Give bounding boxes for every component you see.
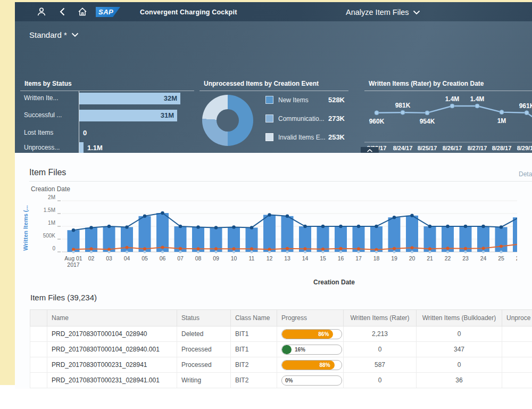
svg-text:17: 17 <box>355 255 362 261</box>
legend-swatch <box>265 133 273 141</box>
svg-text:981K: 981K <box>395 102 411 109</box>
table-cell: 36 <box>417 373 502 388</box>
svg-text:1.4M: 1.4M <box>470 95 485 103</box>
progress-cell: 16% <box>277 342 344 357</box>
chart-ytick: 1M <box>34 220 55 226</box>
table-row[interactable]: PRD_20170830T000104_028940.001ProcessedB… <box>30 342 532 357</box>
table-row[interactable]: PRD_20170830T000231_028941ProcessedBIT28… <box>30 357 532 373</box>
page-title: Analyze Item Files <box>346 8 409 17</box>
svg-text:04: 04 <box>124 255 130 261</box>
svg-text:21: 21 <box>427 255 433 261</box>
svg-text:08: 08 <box>195 255 202 261</box>
table-row[interactable]: PRD_20170830T000231_028941.001WritingBIT… <box>30 373 532 388</box>
status-row-label: Written Ite... <box>24 94 58 102</box>
item-files-content: Item Files Deta Creation Date Written It… <box>15 153 532 389</box>
svg-text:15: 15 <box>320 255 326 261</box>
svg-text:8/26/17: 8/26/17 <box>443 145 462 151</box>
legend-label: Communicatio... <box>278 115 325 122</box>
svg-text:09: 09 <box>213 255 219 261</box>
progress-label: 0% <box>285 376 293 385</box>
table-cell: BIT2 <box>231 373 277 388</box>
table-cell: 587 <box>344 357 417 373</box>
progress-bar: 16% <box>281 345 342 355</box>
progress-bar: 88% <box>281 360 342 370</box>
svg-text:16: 16 <box>338 255 344 261</box>
status-bar-value: 31M <box>161 110 174 121</box>
chart-ytick: 0 <box>34 246 55 251</box>
sap-logo[interactable]: SAP <box>96 7 120 17</box>
table-header-cell[interactable]: Written Items (Bulkloader) <box>417 310 502 326</box>
chart-ytick: 500K <box>34 233 55 239</box>
chart-bar[interactable] <box>263 215 276 252</box>
page-title-dropdown[interactable]: Analyze Item Files <box>346 8 420 17</box>
table-cell <box>502 373 532 388</box>
donut-hole <box>217 109 239 132</box>
svg-text:24: 24 <box>480 255 487 261</box>
svg-text:02: 02 <box>88 255 95 261</box>
back-icon[interactable] <box>57 6 68 17</box>
section-divider <box>29 181 532 182</box>
svg-text:Aug 01: Aug 01 <box>64 255 82 261</box>
progress-label: 86% <box>318 330 329 339</box>
table-header-cell[interactable]: Progress <box>277 310 344 326</box>
table-cell: 0 <box>344 373 417 388</box>
legend-row: Communicatio... <box>265 114 345 122</box>
svg-text:2017: 2017 <box>67 261 80 268</box>
svg-text:20: 20 <box>409 255 415 261</box>
table-cell: 0 <box>344 342 417 357</box>
table-header-cell[interactable]: Name <box>47 310 177 326</box>
chart-bar[interactable] <box>495 227 508 252</box>
table-row[interactable]: PRD_20170830T000104_028940DeletedBIT186%… <box>30 326 532 342</box>
table-header-cell[interactable]: Unproce <box>502 310 532 326</box>
kpi-unprocessed-title: Unprocessed Items by Creation Event <box>200 77 348 91</box>
svg-text:18: 18 <box>373 255 380 261</box>
kpi-header-area: Standard * Items by Status Written Ite..… <box>15 21 532 153</box>
status-bar-value: 0 <box>83 129 87 137</box>
kpi-written-by-date: Written Items (Rater) by Creation Date 9… <box>364 77 532 163</box>
chart-dimension-label: Creation Date <box>31 185 70 193</box>
legend-row: New Items <box>265 96 345 104</box>
kpi-items-by-status: Items by Status Written Ite...32MSuccess… <box>20 77 194 163</box>
table-header-cell[interactable]: Status <box>177 310 231 326</box>
table-header-cell[interactable] <box>30 310 47 326</box>
shell-topbar: SAP Convergent Charging Cockpit Analyze … <box>15 2 532 21</box>
variant-selector[interactable]: Standard * <box>29 30 79 39</box>
details-link[interactable]: Deta <box>519 170 532 178</box>
chart-bar[interactable] <box>281 216 294 252</box>
status-bar-value: 32M <box>164 93 177 104</box>
mini-line-chart[interactable]: 960K8/23/17981K8/24/17954K8/25/171.4M8/2… <box>364 91 532 154</box>
home-icon[interactable] <box>77 6 88 17</box>
progress-label: 16% <box>295 345 305 354</box>
progress-fill <box>282 345 292 354</box>
table-header-cell[interactable]: Written Items (Rater) <box>344 310 417 326</box>
user-icon[interactable] <box>36 6 47 17</box>
chart-bar[interactable] <box>388 217 401 252</box>
svg-text:8/24/17: 8/24/17 <box>393 145 413 151</box>
svg-text:22: 22 <box>445 255 451 261</box>
chart-bar[interactable] <box>139 216 151 252</box>
table-cell <box>502 342 532 357</box>
status-bar[interactable] <box>79 142 84 154</box>
svg-text:8/27/17: 8/27/17 <box>468 145 487 151</box>
svg-text:1M: 1M <box>497 117 506 125</box>
variant-label: Standard * <box>29 30 67 39</box>
chart-ytick: 1.5M <box>34 207 55 213</box>
status-bar[interactable]: 31M <box>79 110 177 121</box>
chart-ytick: 2M <box>34 194 55 200</box>
chart-xaxis-title: Creation Date <box>281 279 387 286</box>
creation-date-chart-svg[interactable]: Aug 012017020304050607080910111213141516… <box>57 196 517 276</box>
table-header-cell[interactable]: Class Name <box>231 310 277 326</box>
table-cell: Processed <box>177 342 231 357</box>
svg-text:06: 06 <box>160 255 166 261</box>
legend-label: Invalid Items E... <box>278 134 326 141</box>
legend-row: Invalid Items E... <box>265 133 345 141</box>
progress-label: 88% <box>320 361 330 370</box>
legend-swatch <box>265 114 273 122</box>
status-bar[interactable]: 32M <box>79 93 180 104</box>
table-cell: BIT1 <box>231 342 277 357</box>
chart-bar[interactable] <box>513 217 517 252</box>
table-cell: Writing <box>177 373 231 388</box>
svg-text:13: 13 <box>284 255 290 261</box>
svg-text:23: 23 <box>462 255 469 261</box>
table-cell <box>30 357 47 373</box>
